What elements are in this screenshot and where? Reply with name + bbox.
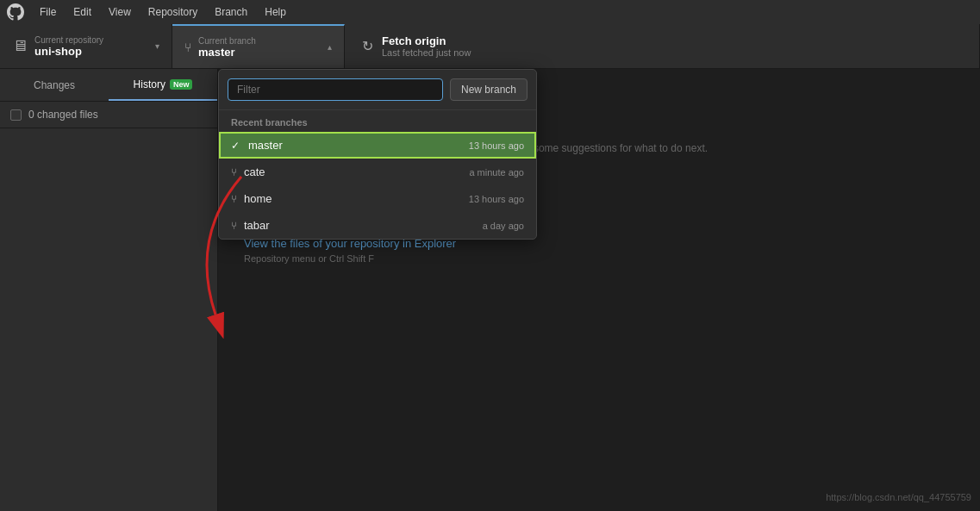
select-all-checkbox[interactable] bbox=[10, 109, 22, 121]
branch-time-cate: a minute ago bbox=[469, 167, 524, 178]
branch-time-home: 13 hours ago bbox=[469, 194, 524, 204]
github-logo-icon bbox=[7, 3, 24, 21]
recent-branches-label: Recent branches bbox=[219, 110, 536, 132]
branch-time-tabar: a day ago bbox=[483, 221, 524, 231]
fetch-sub: Last fetched just now bbox=[382, 47, 471, 58]
tab-history[interactable]: History New bbox=[109, 69, 217, 101]
suggestion-2-sub: Repository menu or Ctrl Shift F bbox=[244, 253, 954, 264]
branch-item-home[interactable]: ⑂ home 13 hours ago bbox=[219, 185, 536, 212]
menu-bar: File Edit View Repository Branch Help bbox=[0, 0, 980, 24]
branch-filter-input[interactable] bbox=[228, 78, 443, 101]
branch-time-master: 13 hours ago bbox=[469, 140, 524, 151]
tab-changes[interactable]: Changes bbox=[0, 69, 109, 101]
branch-fork-icon-2: ⑂ bbox=[231, 193, 237, 205]
menu-branch[interactable]: Branch bbox=[208, 4, 254, 20]
menu-file[interactable]: File bbox=[33, 4, 63, 20]
branch-icon: ⑂ bbox=[184, 41, 191, 54]
chevron-up-icon: ▴ bbox=[328, 42, 332, 52]
branch-name-cate: cate bbox=[244, 165, 462, 178]
changed-files-bar: 0 changed files bbox=[0, 102, 217, 128]
branch-item-master[interactable]: ✓ master 13 hours ago bbox=[219, 132, 536, 159]
chevron-down-icon: ▾ bbox=[155, 41, 159, 51]
new-branch-button[interactable]: New branch bbox=[450, 78, 527, 101]
dropdown-header: New branch bbox=[219, 70, 536, 110]
branch-item-cate[interactable]: ⑂ cate a minute ago bbox=[219, 159, 536, 185]
history-new-badge: New bbox=[170, 79, 193, 90]
watermark: https://blog.csdn.net/qq_44755759 bbox=[826, 492, 971, 502]
menu-help[interactable]: Help bbox=[258, 4, 293, 20]
branch-name: master bbox=[198, 46, 256, 59]
toolbar: 🖥 Current repository uni-shop ▾ ⑂ Curren… bbox=[0, 24, 980, 69]
menu-view[interactable]: View bbox=[102, 4, 138, 20]
menu-repository[interactable]: Repository bbox=[141, 4, 204, 20]
branch-name-home: home bbox=[244, 192, 462, 205]
sidebar-tabs: Changes History New bbox=[0, 69, 217, 102]
branch-name-tabar: tabar bbox=[244, 219, 476, 232]
checkmark-icon: ✓ bbox=[231, 140, 240, 152]
sidebar: Changes History New 0 changed files bbox=[0, 69, 218, 511]
branch-fork-icon: ⑂ bbox=[231, 166, 237, 178]
current-repo-label: Current repository bbox=[34, 35, 103, 45]
fetch-origin-button[interactable]: ↻ Fetch origin Last fetched just now bbox=[345, 24, 980, 68]
fetch-title: Fetch origin bbox=[382, 34, 471, 47]
fetch-icon: ↻ bbox=[362, 38, 373, 54]
branch-name-master: master bbox=[248, 139, 462, 152]
suggestion-2: View the files of your repository in Exp… bbox=[244, 237, 954, 264]
repo-name: uni-shop bbox=[34, 45, 103, 58]
current-branch-button[interactable]: ⑂ Current branch master ▴ bbox=[172, 24, 345, 68]
branch-fork-icon-3: ⑂ bbox=[231, 220, 237, 232]
branch-item-tabar[interactable]: ⑂ tabar a day ago bbox=[219, 212, 536, 239]
repo-icon: 🖥 bbox=[12, 37, 28, 55]
menu-edit[interactable]: Edit bbox=[66, 4, 98, 20]
changed-files-count: 0 changed files bbox=[28, 109, 98, 121]
current-repository-button[interactable]: 🖥 Current repository uni-shop ▾ bbox=[0, 24, 172, 68]
branch-dropdown: New branch Recent branches ✓ master 13 h… bbox=[218, 69, 537, 240]
current-branch-label: Current branch bbox=[198, 36, 256, 46]
